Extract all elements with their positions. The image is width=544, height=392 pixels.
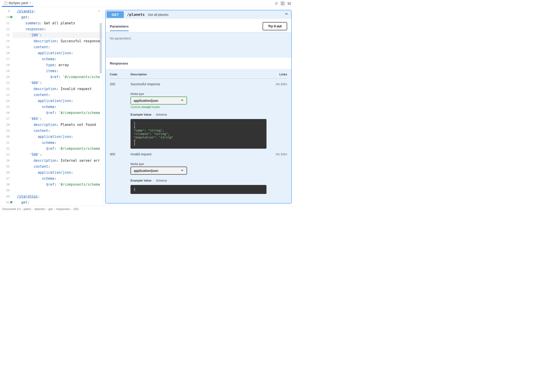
code-line[interactable]: content:: [13, 44, 103, 50]
code-line[interactable]: description: Successful response: [13, 38, 103, 44]
line-number: 23: [0, 92, 10, 98]
media-type-label: Media type: [130, 92, 271, 95]
breadcrumb-bar: Document 1/1 › paths: › /planets: › get:…: [0, 206, 294, 212]
line-number: 36: [0, 170, 10, 176]
code-line[interactable]: $ref: '#/components/schema: [13, 146, 103, 152]
parameters-body: No parameters: [106, 32, 291, 58]
try-it-out-button[interactable]: Try it out: [263, 22, 287, 30]
code-line[interactable]: schema:: [13, 104, 103, 110]
code-line[interactable]: schema:: [13, 176, 103, 182]
code-line[interactable]: application/json:: [13, 98, 103, 104]
parameters-header: Parameters Try it out: [106, 19, 291, 32]
response-description-text: Invalid request: [130, 152, 271, 156]
code-line[interactable]: description: Internal server err: [13, 158, 103, 164]
code-line[interactable]: content:: [13, 92, 103, 98]
breadcrumb-segment[interactable]: get:: [48, 207, 53, 211]
line-number: 20: [0, 74, 10, 80]
validation-ok-icon: ✓: [98, 9, 101, 13]
chevron-up-icon[interactable]: [284, 12, 289, 17]
line-number: 32: [0, 146, 10, 152]
line-number: 25: [0, 104, 10, 110]
code-line[interactable]: /planets:: [13, 8, 103, 14]
responses-label: Responses: [106, 58, 291, 69]
line-gutter: 9101112131415161718192021222324252627282…: [0, 7, 13, 206]
code-area[interactable]: ✓ /planets: get: summary: Get all planet…: [13, 7, 103, 206]
line-number: 10: [0, 14, 10, 20]
split-view-icon[interactable]: [280, 1, 285, 6]
code-line[interactable]: description: Invalid request: [13, 86, 103, 92]
line-number: 14: [0, 38, 10, 44]
line-number: 37: [0, 176, 10, 182]
parameters-label: Parameters: [110, 24, 129, 28]
example-json: {: [130, 185, 266, 194]
code-line[interactable]: application/json:: [13, 170, 103, 176]
code-line[interactable]: [13, 188, 103, 193]
api-preview-pane: GET /planets Get all planets Parameters …: [103, 7, 294, 206]
code-line[interactable]: content:: [13, 164, 103, 170]
line-number: 13: [0, 32, 10, 38]
code-line[interactable]: schema:: [13, 56, 103, 62]
code-line[interactable]: description: Planets not found: [13, 122, 103, 128]
chevron-right-icon: ›: [32, 207, 35, 211]
code-line[interactable]: $ref: '#/components/schema: [13, 182, 103, 188]
code-line[interactable]: $ref: '#/components/sche: [13, 74, 103, 80]
example-schema-tabs: Example Value|Schema: [130, 113, 271, 116]
toolbar-right: [274, 1, 294, 6]
links-column-header: Links: [271, 73, 287, 76]
tab-bar: Y MySpec.yaml ×: [0, 0, 294, 7]
media-type-hint: Controls Accept header.: [130, 106, 271, 109]
code-line[interactable]: application/json:: [13, 134, 103, 140]
line-number: 28: [0, 122, 10, 128]
line-number: 19: [0, 68, 10, 74]
close-icon[interactable]: ×: [30, 1, 31, 5]
scrollbar-thumb[interactable]: [100, 23, 102, 73]
response-description: Successful responseMedia typeapplication…: [130, 82, 271, 149]
code-line[interactable]: get:: [13, 14, 103, 20]
response-code: 400: [110, 152, 130, 194]
code-editor[interactable]: 9101112131415161718192021222324252627282…: [0, 7, 103, 206]
breadcrumb-segment[interactable]: /planets:: [35, 207, 46, 211]
code-line[interactable]: '404':: [13, 116, 103, 122]
code-line[interactable]: items:: [13, 68, 103, 74]
code-line[interactable]: '500':: [13, 152, 103, 158]
chevron-right-icon: ›: [53, 207, 56, 211]
code-line[interactable]: type: array: [13, 62, 103, 68]
response-row: 400Invalid requestMedia typeapplication/…: [110, 149, 287, 194]
line-number: 11: [0, 20, 10, 26]
code-line[interactable]: responses:: [13, 26, 103, 32]
tab-example-value[interactable]: Example Value: [130, 179, 151, 182]
line-number: 24: [0, 98, 10, 104]
line-number: 41: [0, 199, 10, 205]
response-description-text: Successful response: [130, 82, 271, 86]
tab-schema[interactable]: Schema: [156, 179, 167, 182]
line-number: 26: [0, 110, 10, 116]
tab-schema[interactable]: Schema: [156, 113, 167, 116]
breadcrumb-segment[interactable]: paths:: [24, 207, 32, 211]
code-line[interactable]: application/json:: [13, 50, 103, 56]
endpoint-header[interactable]: GET /planets Get all planets: [106, 10, 291, 19]
line-number: 35: [0, 164, 10, 170]
image-view-icon[interactable]: [287, 1, 292, 6]
code-line[interactable]: summary: Get all planets: [13, 20, 103, 26]
line-number: 16: [0, 50, 10, 56]
breadcrumb-segment[interactable]: 200:: [73, 207, 79, 211]
breadcrumb-segment[interactable]: responses:: [56, 207, 71, 211]
tab-example-value[interactable]: Example Value: [130, 113, 151, 116]
list-view-icon[interactable]: [274, 1, 279, 6]
line-number: 39: [0, 188, 10, 193]
chevron-right-icon: ›: [71, 207, 73, 211]
media-type-select[interactable]: application/json: [130, 96, 187, 105]
file-tab[interactable]: Y MySpec.yaml ×: [2, 0, 34, 7]
media-type-select[interactable]: application/json: [130, 166, 187, 175]
line-number: 9: [0, 8, 10, 14]
code-line[interactable]: content:: [13, 128, 103, 134]
code-line[interactable]: /starships:: [13, 193, 103, 199]
code-line[interactable]: schema:: [13, 140, 103, 146]
code-line[interactable]: '400':: [13, 80, 103, 86]
line-number: 18: [0, 62, 10, 68]
chevron-down-icon: [181, 169, 184, 172]
code-line[interactable]: $ref: '#/components/schema: [13, 110, 103, 116]
example-json: [ { "name": "string", "climate": "string…: [130, 119, 266, 149]
code-line[interactable]: '200':: [13, 32, 103, 38]
code-line[interactable]: get:: [13, 199, 103, 205]
